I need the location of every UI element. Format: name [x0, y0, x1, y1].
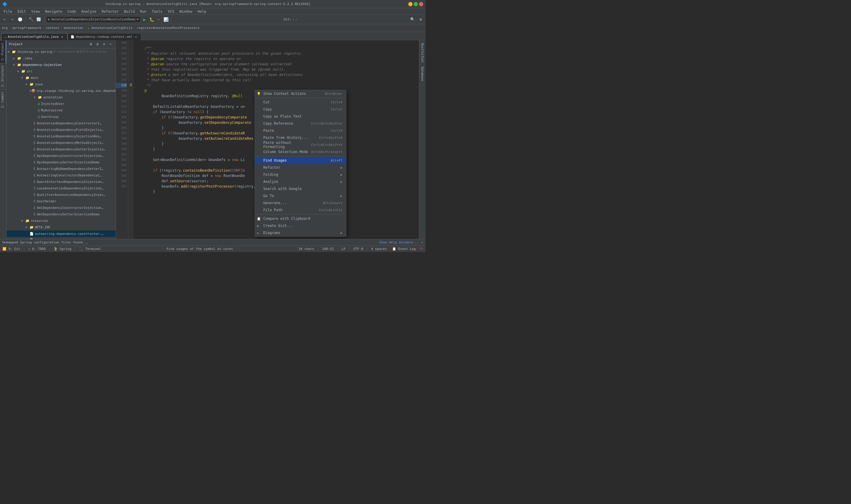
show-help-link[interactable]: Show Help [379, 240, 397, 244]
ctx-file-path[interactable]: File Path Ctrl+Alt+F12 [255, 206, 346, 214]
ctx-diagrams[interactable]: ◈ Diagrams ▶ [255, 229, 346, 236]
breadcrumb-class[interactable]: ☕ AnnotationConfigUtils [88, 26, 132, 30]
close-button[interactable]: ✕ [419, 2, 423, 6]
ctx-copy-ref[interactable]: Copy Reference Ctrl+Alt+Shift+C [255, 120, 346, 127]
tree-main[interactable]: ▼ 📁 main [6, 74, 115, 81]
tab-annotation-config-utils[interactable]: ☕ AnnotationConfigUtils.java ✕ [1, 33, 67, 40]
tab-close-button[interactable]: ✕ [60, 35, 64, 39]
ctx-refactor[interactable]: Refactor ▶ [255, 164, 346, 171]
breadcrumb-org[interactable]: org [2, 26, 8, 30]
right-tab-database[interactable]: Database [420, 65, 425, 83]
menu-view[interactable]: View [29, 9, 42, 14]
tree-xml-ctor[interactable]: C XmlDependencyConstructorInjection… [6, 204, 115, 211]
terminal-status[interactable]: ⬛ Terminal [79, 247, 101, 251]
ctx-search-google[interactable]: Search with Google [255, 185, 346, 192]
debug-button[interactable]: 🐛 [148, 16, 155, 23]
tree-autowiring-name[interactable]: C AutowiringByNameDependencySetterI… [6, 165, 115, 172]
ctx-goto[interactable]: Go To ▶ [255, 192, 346, 199]
menu-refactor[interactable]: Refactor [99, 9, 121, 14]
tree-annotdep-constructor[interactable]: C AnnotationDependencyConstructorI… [6, 120, 115, 126]
sidebar-collapse-btn[interactable]: ≡ [95, 42, 100, 47]
tree-idea[interactable]: ▶ 📁 .idea [6, 55, 115, 61]
ctx-show-context-actions[interactable]: 💡 Show Context Actions Alt+Enter [255, 90, 346, 97]
ctx-paste[interactable]: Paste Ctrl+V [255, 127, 346, 134]
toolbar-back[interactable]: ← [1, 16, 8, 23]
sidebar-hide-btn[interactable]: – [108, 42, 113, 47]
tree-src[interactable]: ▼ 📁 src [6, 68, 115, 74]
left-tab-structure[interactable]: 2: Structure [0, 63, 6, 89]
run-button[interactable]: ▶ [141, 16, 148, 23]
left-tab-commit[interactable]: Z: Commit [0, 89, 6, 110]
tree-autowiring-setter-xml[interactable]: 📄 autowiring-dependency-setter-inject… [6, 237, 115, 239]
ctx-copy[interactable]: Copy Ctrl+C [255, 106, 346, 113]
menu-build[interactable]: Build [122, 9, 137, 14]
tree-lazy[interactable]: C LazyAnnotationDependencyInjection… [6, 185, 115, 192]
minimize-button[interactable]: – [409, 2, 413, 6]
ctx-analyze[interactable]: Analyze ▶ [255, 178, 346, 185]
tree-root[interactable]: ▼ 📁 thinking-in-spring D:\workspace\极客学习… [6, 49, 115, 55]
tree-xml-setter[interactable]: C XmlDependencySetterInjectionDemo [6, 211, 115, 217]
sidebar-settings-btn[interactable]: ⚙ [101, 42, 107, 47]
encoding[interactable]: UTF-8 [354, 247, 363, 251]
run-config-dropdown[interactable]: ▶ AnnotationDependencyInjectionResolutio… [46, 16, 141, 23]
ctx-paste-no-format[interactable]: Paste without Formatting Ctrl+Alt+Shift+… [255, 141, 346, 148]
menu-code[interactable]: Code [65, 9, 78, 14]
ctx-col-select[interactable]: Column Selection Mode Alt+Shift+Insert [255, 148, 346, 156]
sidebar-expand-btn[interactable]: ⊞ [88, 42, 94, 47]
ctx-cut[interactable]: Cut Ctrl+X [255, 99, 346, 106]
left-tab-project[interactable]: 1: Project [0, 40, 6, 63]
toolbar-sync[interactable]: 🔄 [35, 16, 42, 23]
menu-vcs[interactable]: VCS [165, 9, 177, 14]
tree-package[interactable]: ▼ 📦 org.xiaoge.thinking.in.spring.ioc.de… [6, 87, 115, 94]
menu-file[interactable]: File [1, 9, 15, 14]
tree-annotdep-method[interactable]: C AnnotationDependencyMethodInjecti… [6, 140, 115, 146]
menu-run[interactable]: Run [138, 9, 149, 14]
tree-resources[interactable]: ▼ 📁 resources [6, 217, 115, 224]
maximize-button[interactable]: □ [414, 2, 418, 6]
tree-usergroup[interactable]: @ UserGroup [6, 113, 115, 120]
tree-api-setter[interactable]: C ApiDependencySetterInjectionDemo [6, 159, 115, 165]
indent-setting[interactable]: 4 spaces [371, 247, 387, 251]
tree-qualifier[interactable]: C QualifierAnnotationDependencyInjec… [6, 192, 115, 198]
ctx-find-usages[interactable]: Find Usages Alt+F7 [255, 157, 346, 164]
cursor-position[interactable]: 148:52 [322, 247, 334, 251]
toolbar-build[interactable]: 🔨 [28, 16, 35, 23]
breadcrumb-method[interactable]: registerAnnotationPostProcessors [137, 26, 199, 30]
breadcrumb-springframework[interactable]: springframework [12, 26, 41, 30]
right-tab-restful[interactable]: RestfulTool [420, 41, 425, 65]
tree-aware[interactable]: C AwareInterfaceDependencyInjection… [6, 178, 115, 185]
tree-api-constructor[interactable]: C ApiDependencyConstructorInjection… [6, 152, 115, 159]
tree-injecteduser[interactable]: @ InjectedUser [6, 101, 115, 107]
todo-status[interactable]: ⚠ 6: TODO [28, 247, 46, 251]
tree-annotdep-injection[interactable]: C AnnotationDependencyInjectionRes… [6, 133, 115, 140]
tree-annotation-folder[interactable]: ▼ 📁 annotation [6, 94, 115, 101]
menu-navigate[interactable]: Navigate [43, 9, 65, 14]
toolbar-recent[interactable]: 🕐 [17, 16, 24, 23]
tree-annotdep-setter[interactable]: C AnnotationDependencySetterInjectio… [6, 146, 115, 152]
menu-window[interactable]: Window [177, 9, 195, 14]
menu-help[interactable]: Help [195, 9, 209, 14]
coverage-button[interactable]: ⚡ [156, 16, 162, 23]
toolbar-settings[interactable]: ⚙ [417, 16, 424, 23]
tree-autowiring-ctor[interactable]: C AutowiringConstructorDependencyC… [6, 172, 115, 178]
breadcrumb-annotation[interactable]: annotation [64, 26, 83, 30]
tree-dep-injection[interactable]: ▼ 📁 dependency-injection [6, 61, 115, 68]
tab-dependency-lookup[interactable]: 📄 dependency-lookup-context.xml ✕ [67, 33, 141, 40]
tree-myautowired[interactable]: @ MyAutowired [6, 107, 115, 113]
ctx-create-gist[interactable]: ◉ Create Gist... [255, 222, 346, 229]
toolbar-forward[interactable]: → [9, 16, 16, 23]
menu-analyze[interactable]: Analyze [79, 9, 99, 14]
ctx-compare-clipboard[interactable]: 📋 Compare with Clipboard [255, 215, 346, 222]
tree-userholder[interactable]: C UserHolder [6, 198, 115, 204]
git-status[interactable]: 🔀 9: Git [2, 247, 20, 251]
tree-meta-inf[interactable]: ▼ 📁 META-INF [6, 224, 115, 230]
ctx-generate[interactable]: Generate... Alt+Insert [255, 199, 346, 206]
line-ending[interactable]: LF [342, 247, 345, 251]
tree-java[interactable]: ▼ 📁 java [6, 81, 115, 87]
spring-status[interactable]: 🍃 Spring [53, 247, 71, 251]
tree-autowiring-ctor-xml[interactable]: 📄 autowiring-dependency-constructor-… [6, 230, 115, 237]
menu-edit[interactable]: Edit [15, 9, 29, 14]
profile-button[interactable]: 📊 [163, 16, 169, 23]
tab-xml-close-button[interactable]: ✕ [134, 35, 138, 39]
toolbar-search[interactable]: 🔍 [409, 16, 416, 23]
